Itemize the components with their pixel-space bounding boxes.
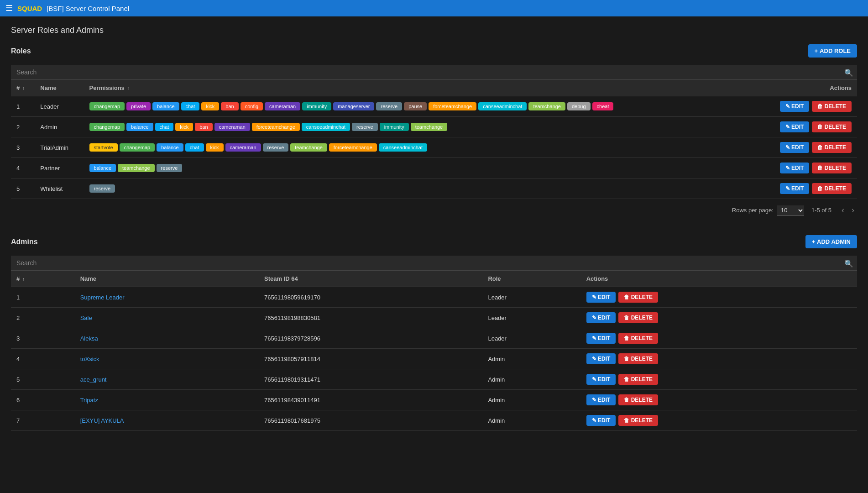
table-row: 2 Admin changemapbalancechatkickbancamer… <box>11 117 857 137</box>
permission-badge: kick <box>175 123 193 131</box>
edit-admin-button[interactable]: ✎ EDIT <box>586 333 616 344</box>
permission-badge: teamchange <box>290 143 327 152</box>
delete-admin-button[interactable]: 🗑 DELETE <box>618 353 658 364</box>
delete-role-button[interactable]: 🗑 DELETE <box>812 101 852 112</box>
admins-search-input[interactable] <box>11 256 857 271</box>
delete-admin-button[interactable]: 🗑 DELETE <box>618 374 658 385</box>
role-permissions: reserve <box>84 178 754 199</box>
permission-badge: startvote <box>89 143 118 152</box>
admins-search-icon[interactable]: 🔍 <box>844 259 853 267</box>
pagination-info: 1-5 of 5 <box>811 207 831 214</box>
admins-table-header: # ↑ Name Steam ID 64 Role Actions <box>11 271 857 287</box>
table-row: 6 Tripatz 76561198439011491 Admin ✎ EDIT… <box>11 390 857 410</box>
permission-badge: pause <box>404 102 427 110</box>
person-add-admin-icon: + <box>812 238 816 245</box>
admin-name: Sale <box>75 308 259 328</box>
admin-id: 5 <box>11 369 75 390</box>
role-name: Leader <box>35 96 84 117</box>
admin-role: Leader <box>482 308 580 328</box>
permission-badge: cheat <box>592 102 614 110</box>
edit-role-button[interactable]: ✎ EDIT <box>780 101 810 112</box>
add-role-button[interactable]: + ADD ROLE <box>808 44 857 58</box>
delete-admin-button[interactable]: 🗑 DELETE <box>618 312 658 323</box>
role-actions: ✎ EDIT 🗑 DELETE <box>753 137 857 158</box>
admin-steam-id: 76561198059619170 <box>259 287 482 308</box>
admin-steam-id: 76561198198830581 <box>259 308 482 328</box>
rows-per-page-select[interactable]: 10 25 50 <box>777 205 804 215</box>
permission-badge: chat <box>185 143 204 152</box>
admin-name-link[interactable]: Sale <box>80 315 92 321</box>
permission-badge: balance <box>126 123 153 131</box>
roles-pagination: Rows per page: 10 25 50 1-5 of 5 ‹ › <box>11 199 857 221</box>
roles-col-actions: Actions <box>753 80 857 96</box>
permission-badge: kick <box>206 143 224 152</box>
edit-role-button[interactable]: ✎ EDIT <box>780 183 810 194</box>
menu-icon[interactable]: ☰ <box>5 3 13 13</box>
table-row: 3 TrialAdmin startvotechangemapbalancech… <box>11 137 857 158</box>
permission-badge: private <box>126 102 151 110</box>
admin-role: Admin <box>482 369 580 390</box>
edit-admin-button[interactable]: ✎ EDIT <box>586 353 616 364</box>
permission-badge: reserve <box>352 123 378 131</box>
edit-role-button[interactable]: ✎ EDIT <box>780 142 810 153</box>
delete-admin-button[interactable]: 🗑 DELETE <box>618 415 658 426</box>
table-row: 1 Supreme Leader 76561198059619170 Leade… <box>11 287 857 308</box>
admin-name: Supreme Leader <box>75 287 259 308</box>
role-actions: ✎ EDIT 🗑 DELETE <box>753 96 857 117</box>
role-actions: ✎ EDIT 🗑 DELETE <box>753 158 857 178</box>
edit-role-button[interactable]: ✎ EDIT <box>780 121 810 132</box>
admin-name-link[interactable]: Tripatz <box>80 397 98 404</box>
admin-id: 3 <box>11 328 75 349</box>
role-name: Whitelist <box>35 178 84 199</box>
role-permissions: startvotechangemapbalancechatkickcameram… <box>84 137 754 158</box>
permission-badge: ban <box>221 102 238 110</box>
edit-role-button[interactable]: ✎ EDIT <box>780 163 810 173</box>
roles-col-permissions: Permissions ↑ <box>84 80 754 96</box>
role-permissions: balanceteamchangereserve <box>84 158 754 178</box>
delete-role-button[interactable]: 🗑 DELETE <box>812 142 852 153</box>
delete-admin-button[interactable]: 🗑 DELETE <box>618 333 658 344</box>
delete-role-button[interactable]: 🗑 DELETE <box>812 163 852 173</box>
edit-admin-button[interactable]: ✎ EDIT <box>586 415 616 426</box>
admin-name-link[interactable]: Supreme Leader <box>80 294 125 301</box>
edit-admin-button[interactable]: ✎ EDIT <box>586 394 616 405</box>
permission-badge: balance <box>89 164 116 172</box>
role-id: 5 <box>11 178 35 199</box>
roles-section-header: Roles + ADD ROLE <box>11 44 857 58</box>
pagination-prev[interactable]: ‹ <box>839 205 847 216</box>
admins-section: Admins + ADD ADMIN 🔍 # ↑ Name Steam ID 6… <box>11 235 857 431</box>
permission-badge: cameraman <box>225 143 261 152</box>
admin-actions: ✎ EDIT 🗑 DELETE <box>581 410 857 431</box>
admin-name: Aleksa <box>75 328 259 349</box>
permission-badge: kick <box>201 102 219 110</box>
admin-role: Admin <box>482 410 580 431</box>
role-id: 2 <box>11 117 35 137</box>
delete-role-button[interactable]: 🗑 DELETE <box>812 121 852 132</box>
admin-name-link[interactable]: [EXYU] AYKULA <box>80 417 124 424</box>
admin-steam-id: 76561198379728596 <box>259 328 482 349</box>
roles-search-icon[interactable]: 🔍 <box>844 68 853 77</box>
table-row: 5 ace_grunt 76561198019311471 Admin ✎ ED… <box>11 369 857 390</box>
permission-badge: ban <box>195 123 212 131</box>
edit-admin-button[interactable]: ✎ EDIT <box>586 312 616 323</box>
app-logo: SQUAD <box>17 5 42 12</box>
edit-admin-button[interactable]: ✎ EDIT <box>586 374 616 385</box>
admin-id: 4 <box>11 349 75 369</box>
admin-name: toXsick <box>75 349 259 369</box>
delete-role-button[interactable]: 🗑 DELETE <box>812 183 852 194</box>
admins-table-container: # ↑ Name Steam ID 64 Role Actions 1 Supr… <box>11 271 857 431</box>
delete-admin-button[interactable]: 🗑 DELETE <box>618 394 658 405</box>
add-admin-button[interactable]: + ADD ADMIN <box>805 235 858 248</box>
delete-admin-button[interactable]: 🗑 DELETE <box>618 292 658 303</box>
admin-name-link[interactable]: ace_grunt <box>80 376 107 383</box>
permission-badge: cameraman <box>214 123 250 131</box>
permission-badge: teamchange <box>411 123 448 131</box>
admin-role: Leader <box>482 328 580 349</box>
admin-steam-id: 76561198439011491 <box>259 390 482 410</box>
pagination-next[interactable]: › <box>849 205 857 216</box>
admin-name-link[interactable]: Aleksa <box>80 335 98 342</box>
roles-search-input[interactable] <box>11 65 857 80</box>
admin-actions: ✎ EDIT 🗑 DELETE <box>581 308 857 328</box>
edit-admin-button[interactable]: ✎ EDIT <box>586 292 616 303</box>
admin-name-link[interactable]: toXsick <box>80 356 99 362</box>
